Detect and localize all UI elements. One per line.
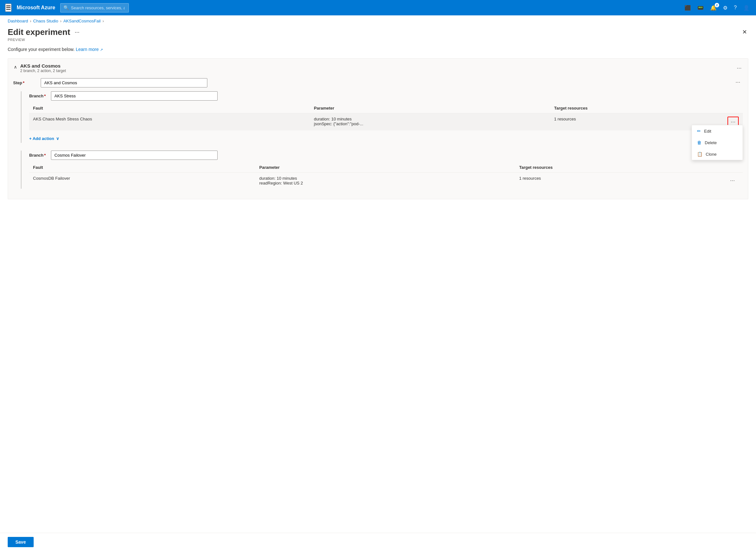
main-content: Configure your experiment below. Learn m… (0, 47, 756, 227)
target-col-header-2: Target resources (515, 162, 724, 173)
step-form-row: Step * (13, 78, 743, 87)
collapse-button[interactable]: ∧ (13, 64, 18, 70)
panel-more-button[interactable]: ··· (736, 63, 743, 73)
settings-icon-btn[interactable]: ⚙ (722, 4, 729, 12)
edit-label: Edit (704, 129, 711, 134)
dropdown-edit-item[interactable]: ✏ Edit (692, 125, 743, 137)
close-button[interactable]: ✕ (741, 27, 748, 37)
clone-icon: 📋 (697, 151, 703, 157)
branch1-fault-params: duration: 10 minutes jsonSpec: {"action"… (310, 113, 550, 131)
step-more-area: ··· (733, 77, 743, 87)
dropdown-clone-item[interactable]: 📋 Clone (692, 148, 743, 160)
form-area: Step * ··· Branch * (8, 76, 748, 199)
page-header: Edit experiment ··· PREVIEW ✕ (0, 25, 756, 47)
dropdown-chevron-icon: ∨ (56, 136, 59, 141)
hamburger-icon[interactable]: ☰ (5, 4, 12, 12)
topbar-icons: ⬛ 📟 🔔 2 ⚙ ? 👤 (683, 4, 751, 12)
branch2-input[interactable] (51, 150, 218, 160)
panel-subtitle: 2 branch, 2 action, 2 target (20, 69, 66, 73)
cloud-shell-icon-btn[interactable]: 📟 (696, 4, 705, 12)
add-action-button[interactable]: + Add action ∨ (29, 134, 59, 143)
fault-col-header: Fault (29, 103, 310, 113)
configure-text: Configure your experiment below. Learn m… (8, 47, 748, 52)
branch2-label: Branch * (29, 153, 46, 158)
branch1-input[interactable] (51, 91, 218, 101)
branch2-fault-table: Fault Parameter Target resources CosmosD… (29, 162, 743, 189)
branch1-fault-table: Fault Parameter Target resources AKS Cha… (29, 103, 743, 130)
branch1-dropdown-menu: ✏ Edit 🗑 Delete 📋 Clon (692, 125, 743, 160)
breadcrumb: Dashboard › Chaos Studio › AKSandCosmosF… (0, 15, 756, 25)
branch1-fault-row: AKS Chaos Mesh Stress Chaos duration: 10… (29, 113, 743, 131)
branch2-required: * (44, 153, 46, 158)
breadcrumb-chaos-studio[interactable]: Chaos Studio (33, 19, 58, 23)
target-col-header: Target resources (550, 103, 724, 113)
panel-title: AKS and Cosmos (20, 63, 66, 69)
page-title: Edit experiment (8, 27, 70, 37)
branch1-label-row: Branch * (29, 91, 743, 101)
breadcrumb-sep-1: › (30, 19, 31, 23)
breadcrumb-sep-3: › (102, 19, 104, 23)
page-more-button[interactable]: ··· (73, 28, 81, 37)
search-wrapper: 🔍 (60, 3, 253, 12)
brand-logo: Microsoft Azure (17, 5, 55, 11)
experiment-panel: ∧ AKS and Cosmos 2 branch, 2 action, 2 t… (8, 58, 748, 199)
page-title-area: Edit experiment ··· PREVIEW (8, 27, 81, 42)
step-label: Step * (13, 80, 36, 85)
branch2-fault-row: CosmosDB Failover duration: 10 minutes r… (29, 173, 743, 189)
add-action-label: + Add action (29, 136, 54, 141)
branch2-actions-cell: ··· (724, 173, 743, 189)
edit-icon: ✏ (697, 128, 701, 134)
help-icon-btn[interactable]: ? (733, 4, 738, 12)
delete-icon: 🗑 (697, 140, 702, 145)
panel-header: ∧ AKS and Cosmos 2 branch, 2 action, 2 t… (8, 59, 748, 76)
terminal-icon-btn[interactable]: ⬛ (683, 4, 692, 12)
breadcrumb-dashboard[interactable]: Dashboard (8, 19, 28, 23)
branch2-more-button[interactable]: ··· (728, 176, 737, 185)
step-row-outer: Step * ··· (13, 78, 743, 87)
page-subtitle: PREVIEW (8, 38, 81, 42)
notification-badge: 2 (715, 3, 719, 7)
learn-more-link[interactable]: Learn more ↗ (76, 47, 102, 52)
breadcrumb-experiment[interactable]: AKSandCosmosFail (63, 19, 101, 23)
branch1-block: Branch * Fault Parameter Target resource… (21, 91, 743, 143)
branch2-block: Branch * Fault Parameter Target resource… (21, 150, 743, 189)
step-input[interactable] (41, 78, 207, 87)
step-more-button[interactable]: ··· (733, 77, 743, 87)
param-col-header-2: Parameter (256, 162, 515, 173)
delete-label: Delete (705, 140, 717, 145)
branch2-label-row: Branch * (29, 150, 743, 160)
branch2-fault-name: CosmosDB Failover (29, 173, 256, 189)
branch2-fault-params: duration: 10 minutes readRegion: West US… (256, 173, 515, 189)
param-col-header: Parameter (310, 103, 550, 113)
fault-col-header-2: Fault (29, 162, 256, 173)
account-icon-btn[interactable]: 👤 (742, 4, 751, 12)
step-required: * (23, 80, 24, 85)
dropdown-delete-item[interactable]: 🗑 Delete (692, 137, 743, 148)
breadcrumb-sep-2: › (60, 19, 61, 23)
clone-label: Clone (706, 152, 717, 157)
branch1-required: * (44, 93, 46, 98)
branch2-fault-targets: 1 resources (515, 173, 724, 189)
search-input[interactable] (60, 3, 129, 12)
branch1-label: Branch * (29, 93, 46, 98)
branch1-table-header: Fault Parameter Target resources (29, 103, 743, 113)
branch2-table-header: Fault Parameter Target resources (29, 162, 743, 173)
branch1-actions-cell: ··· ✏ Edit 🗑 Delete (724, 113, 743, 131)
branch1-fault-name: AKS Chaos Mesh Stress Chaos (29, 113, 310, 131)
panel-title-area: AKS and Cosmos 2 branch, 2 action, 2 tar… (20, 63, 66, 73)
topbar: ☰ Microsoft Azure 🔍 ⬛ 📟 🔔 2 ⚙ ? 👤 (0, 0, 756, 15)
panel-header-left: ∧ AKS and Cosmos 2 branch, 2 action, 2 t… (13, 63, 66, 73)
notification-icon-btn[interactable]: 🔔 2 (709, 4, 718, 12)
